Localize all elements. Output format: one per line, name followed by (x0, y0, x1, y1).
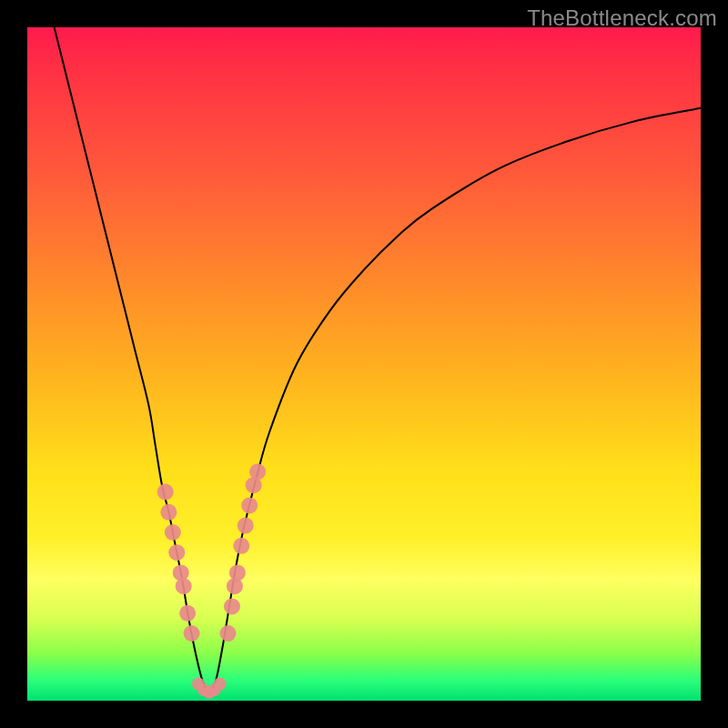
marker-point (220, 625, 237, 642)
marker-point (214, 678, 227, 691)
marker-point (165, 524, 181, 541)
marker-point (173, 564, 189, 581)
marker-point (176, 578, 192, 594)
curve-right-path (209, 108, 701, 694)
marker-point (157, 484, 174, 500)
plot-area (27, 27, 701, 701)
marker-point (192, 678, 205, 691)
marker-point (208, 683, 221, 696)
marker-point (241, 497, 258, 513)
marker-point (238, 518, 254, 534)
marker-point (203, 686, 216, 699)
curve-left (55, 27, 209, 694)
marker-point (233, 538, 249, 554)
marker-point (160, 504, 177, 521)
curve-left-path (55, 27, 209, 694)
marker-point (197, 683, 210, 696)
marker-point (246, 477, 262, 493)
marker-group (157, 463, 266, 699)
chart-frame: TheBottleneck.com (0, 0, 728, 728)
marker-point (168, 544, 185, 561)
marker-point (227, 578, 243, 594)
marker-point (229, 564, 246, 581)
marker-point (249, 463, 266, 480)
curve-right (209, 108, 701, 694)
chart-svg (27, 27, 701, 701)
marker-point (179, 605, 196, 622)
marker-point (224, 598, 240, 614)
marker-point (184, 625, 200, 642)
